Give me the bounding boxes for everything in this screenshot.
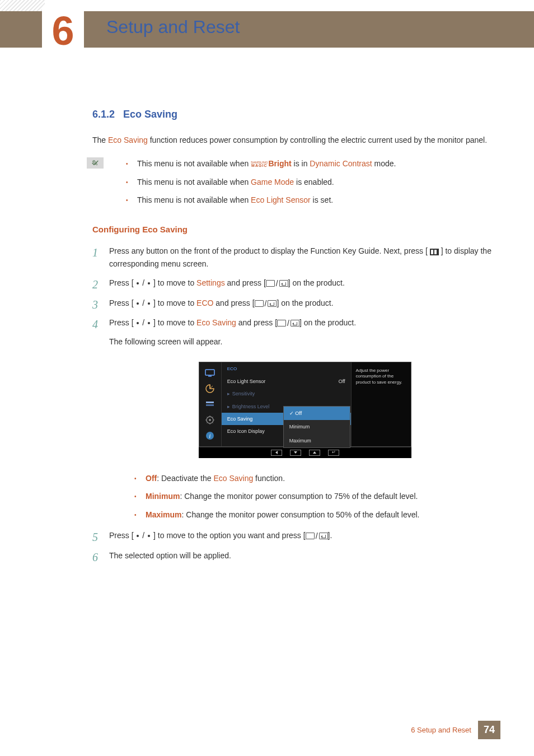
step-1: Press any button on the front of the pro… <box>92 245 495 270</box>
text: Press [ <box>109 531 135 540</box>
nav-enter-icon: / <box>277 317 299 329</box>
nav-enter-icon <box>328 450 339 456</box>
osd-menu: ECO Eco Light Sensor Off ▸Sensitivity ▸B… <box>222 362 351 446</box>
text: ] on the product. <box>299 318 356 327</box>
text: ] to move to <box>151 318 196 327</box>
text: ] on the product. <box>277 298 333 307</box>
svg-rect-1 <box>208 376 212 377</box>
gear-icon <box>204 415 216 425</box>
label: Sensitivity <box>232 391 255 396</box>
svg-point-5 <box>209 419 211 421</box>
intro-paragraph: The Eco Saving function reduces power co… <box>92 134 495 146</box>
text: This menu is not available when <box>137 159 251 168</box>
label: Minimum <box>146 492 180 501</box>
section-heading: 6.1.2 Eco Saving <box>92 106 495 123</box>
text: ] to move to the option you want and pre… <box>151 531 306 540</box>
text: The <box>92 136 108 144</box>
term-settings: Settings <box>196 278 225 287</box>
osd-nav-bar <box>199 447 411 458</box>
dot-icon <box>137 322 139 324</box>
term-eco: ECO <box>196 298 213 307</box>
dot-icon <box>137 282 139 284</box>
term-eco-saving: Eco Saving <box>196 318 236 327</box>
osd-help-text: Adjust the power consumption of the prod… <box>351 362 411 446</box>
dot-icon <box>148 302 150 305</box>
options-icon <box>204 399 216 409</box>
menu-icon <box>430 249 439 255</box>
text: ] on the product. <box>288 278 345 287</box>
dot-icon <box>148 535 150 537</box>
step-3: Press [ / ] to move to ECO and press [/]… <box>92 297 495 310</box>
section-title: Eco Saving <box>123 109 177 120</box>
note-line-3: This menu is not available when Eco Ligh… <box>126 194 495 206</box>
label: Eco Saving <box>227 415 253 423</box>
step-5: Press [ / ] to move to the option you wa… <box>92 529 495 542</box>
value: Off <box>339 377 345 385</box>
nav-enter-icon: / <box>266 277 288 290</box>
chapter-badge: 6 <box>42 3 84 59</box>
label: Maximum <box>146 510 182 519</box>
term: Eco Saving <box>213 474 253 483</box>
text: : Deactivate the <box>157 474 213 483</box>
note-icon: ✎ <box>87 157 104 169</box>
osd-category-tabs: i <box>199 362 222 446</box>
subheading: Configuring Eco Saving <box>92 223 495 236</box>
steps-list: Press any button on the front of the pro… <box>92 245 495 562</box>
text: This menu is not available when <box>137 178 251 186</box>
osd-option-maximum: Maximum <box>284 434 350 447</box>
osd-screenshot: i ECO Eco Light Sensor Off ▸Sensitivity … <box>199 362 411 458</box>
dot-icon <box>148 282 150 284</box>
label: Eco Icon Display <box>227 427 265 435</box>
osd-options-popup: Off Minimum Maximum <box>283 406 350 448</box>
text: is enabled. <box>294 178 334 186</box>
text: function reduces power consumption by co… <box>148 136 487 144</box>
term-eco-light-sensor: Eco Light Sensor <box>251 195 311 204</box>
text: and press [ <box>225 278 266 287</box>
nav-enter-icon: / <box>306 530 328 542</box>
option-off: Off: Deactivate the Eco Saving function. <box>134 472 495 484</box>
nav-up-icon <box>309 450 320 456</box>
osd-option-minimum: Minimum <box>284 420 350 433</box>
label: Off <box>146 474 157 483</box>
info-icon: i <box>204 431 216 441</box>
text: ]. <box>328 531 332 540</box>
term-eco-saving: Eco Saving <box>108 136 148 144</box>
dot-icon <box>137 302 139 305</box>
label: Brightness Level <box>232 404 270 409</box>
section-number: 6.1.2 <box>92 109 115 120</box>
svg-rect-0 <box>205 370 214 375</box>
nav-left-icon <box>271 450 282 456</box>
text: : Change the monitor power consumption t… <box>182 510 420 519</box>
footer: 6 Setup and Reset 74 <box>411 721 500 739</box>
svg-text:i: i <box>209 433 211 439</box>
note-line-2: This menu is not available when Game Mod… <box>126 176 495 188</box>
text: mode. <box>372 159 396 168</box>
eco-icon <box>204 384 216 394</box>
text: : Change the monitor power consumption t… <box>180 492 418 501</box>
text: is set. <box>311 195 333 204</box>
content-area: 6.1.2 Eco Saving The Eco Saving function… <box>92 106 495 568</box>
svg-rect-2 <box>206 402 214 403</box>
term-game-mode: Game Mode <box>251 178 294 186</box>
svg-rect-3 <box>206 404 214 406</box>
options-list: Off: Deactivate the Eco Saving function.… <box>134 472 495 521</box>
osd-option-off: Off <box>284 407 350 420</box>
step-2: Press [ / ] to move to Settings and pres… <box>92 277 495 290</box>
osd-row-eco-light-sensor: Eco Light Sensor Off <box>222 375 351 388</box>
dot-icon <box>137 535 139 537</box>
nav-enter-icon: / <box>255 297 277 310</box>
osd-row-sensitivity: ▸Sensitivity <box>222 388 351 400</box>
option-maximum: Maximum: Change the monitor power consum… <box>134 508 495 521</box>
text: ] to move to <box>151 298 196 307</box>
term-bright: Bright <box>268 159 291 168</box>
chapter-title: Setup and Reset <box>106 17 240 38</box>
text: is in <box>292 159 310 168</box>
step-4-follow: The following screen will appear. <box>109 335 495 348</box>
step-6: The selected option will be applied. <box>92 549 495 562</box>
label: Eco Light Sensor <box>227 377 266 385</box>
nav-down-icon <box>290 450 301 456</box>
option-minimum: Minimum: Change the monitor power consum… <box>134 490 495 502</box>
text: function. <box>253 474 285 483</box>
text: Press [ <box>109 298 135 307</box>
text: and press [ <box>213 298 254 307</box>
